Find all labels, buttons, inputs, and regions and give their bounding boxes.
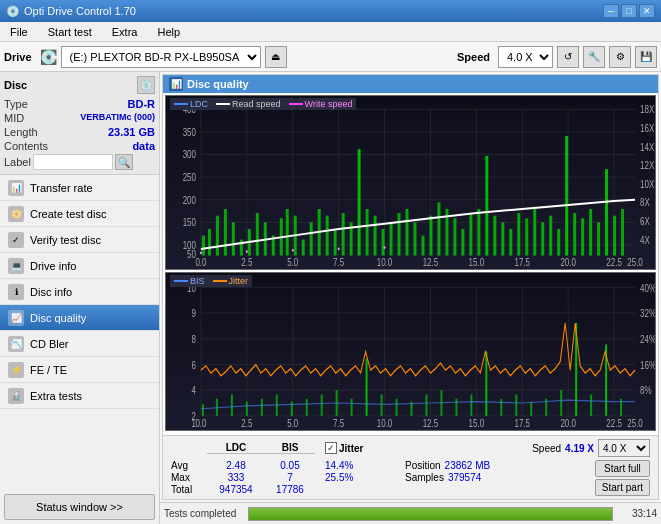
- app-title: Opti Drive Control 1.70: [24, 5, 136, 17]
- nav-icon-create: 📀: [8, 206, 24, 222]
- label-input[interactable]: [33, 154, 113, 170]
- svg-rect-57: [302, 240, 305, 256]
- drive-label: Drive: [4, 51, 32, 63]
- top-legend: LDC Read speed Write speed: [170, 98, 356, 110]
- speed-label: Speed: [457, 51, 490, 63]
- refresh-button[interactable]: ↺: [557, 46, 579, 68]
- nav-label-bler: CD Bler: [30, 338, 69, 350]
- disc-type-row: Type BD-R: [4, 98, 155, 110]
- disc-contents-row: Contents data: [4, 140, 155, 152]
- svg-text:5.0: 5.0: [287, 256, 298, 268]
- progress-bar-container: [248, 507, 613, 521]
- start-part-button[interactable]: Start part: [595, 479, 650, 496]
- legend-read: Read speed: [216, 99, 281, 109]
- legend-write: Write speed: [289, 99, 353, 109]
- content-area: 📊 Disc quality LDC Read speed: [160, 72, 661, 524]
- svg-rect-70: [406, 209, 409, 256]
- svg-text:25.0: 25.0: [627, 256, 643, 268]
- jitter-max-val: 25.5%: [325, 472, 405, 483]
- nav-icon-transfer: 📊: [8, 180, 24, 196]
- nav-disc-quality[interactable]: 📈 Disc quality: [0, 305, 159, 331]
- nav-icon-drive: 💻: [8, 258, 24, 274]
- label-btn[interactable]: 🔍: [115, 154, 133, 170]
- eject-button[interactable]: ⏏: [265, 46, 287, 68]
- menu-extra[interactable]: Extra: [106, 24, 144, 40]
- nav-drive-info[interactable]: 💻 Drive info: [0, 253, 159, 279]
- jitter-color: [213, 280, 227, 282]
- svg-text:200: 200: [183, 194, 196, 206]
- svg-rect-161: [485, 351, 487, 415]
- total-label: Total: [171, 484, 207, 495]
- svg-text:4: 4: [191, 384, 196, 397]
- legend-bis: BIS: [174, 276, 205, 286]
- menu-help[interactable]: Help: [151, 24, 186, 40]
- svg-rect-76: [453, 218, 456, 255]
- speed-stat-select[interactable]: 4.0 X: [598, 439, 650, 457]
- svg-point-99: [246, 250, 248, 253]
- position-label: Position: [405, 460, 441, 471]
- menu-start-test[interactable]: Start test: [42, 24, 98, 40]
- disc-icon-btn[interactable]: 💿: [137, 76, 155, 94]
- tool1-button[interactable]: 🔧: [583, 46, 605, 68]
- nav-fe-te[interactable]: ⚡ FE / TE: [0, 357, 159, 383]
- stats-area: LDC BIS ✓ Jitter Speed 4.19 X 4.0 X: [163, 435, 658, 499]
- ldc-label: LDC: [190, 99, 208, 109]
- svg-text:15.0: 15.0: [469, 256, 485, 268]
- svg-text:2.5: 2.5: [241, 417, 253, 430]
- drive-select[interactable]: (E:) PLEXTOR BD-R PX-LB950SA 1.06: [61, 46, 261, 68]
- jitter-checkbox[interactable]: ✓: [325, 442, 337, 454]
- label-key: Label: [4, 156, 31, 168]
- disc-panel-header: Disc 💿: [4, 76, 155, 94]
- nav-extra-tests[interactable]: 🔬 Extra tests: [0, 383, 159, 409]
- bis-color: [174, 280, 188, 282]
- ldc-max-val: 333: [207, 472, 265, 483]
- ldc-color: [174, 103, 188, 105]
- svg-rect-95: [605, 169, 608, 255]
- maximize-button[interactable]: □: [621, 4, 637, 18]
- nav-icon-verify: ✓: [8, 232, 24, 248]
- save-button[interactable]: 💾: [635, 46, 657, 68]
- jitter-check-wrapper[interactable]: ✓ Jitter: [325, 442, 405, 454]
- svg-text:5.0: 5.0: [287, 417, 299, 430]
- nav-create-test-disc[interactable]: 📀 Create test disc: [0, 201, 159, 227]
- drive-icon: 💽: [40, 49, 57, 65]
- nav-disc-info[interactable]: ℹ Disc info: [0, 279, 159, 305]
- speed-stat-label: Speed: [532, 443, 561, 454]
- svg-text:12.5: 12.5: [423, 417, 439, 430]
- menu-file[interactable]: File: [4, 24, 34, 40]
- disc-title: Disc: [4, 79, 27, 91]
- write-color: [289, 103, 303, 105]
- chart-title: Disc quality: [187, 78, 249, 90]
- svg-rect-154: [381, 394, 383, 415]
- write-label: Write speed: [305, 99, 353, 109]
- svg-text:6X: 6X: [640, 215, 650, 227]
- svg-text:32%: 32%: [640, 307, 655, 320]
- svg-text:20.0: 20.0: [560, 256, 576, 268]
- avg-label: Avg: [171, 460, 207, 471]
- nav-verify-test-disc[interactable]: ✓ Verify test disc: [0, 227, 159, 253]
- disc-mid-row: MID VERBATIMc (000): [4, 112, 155, 124]
- svg-text:17.5: 17.5: [515, 256, 531, 268]
- svg-text:16%: 16%: [640, 358, 655, 371]
- nav-items: 📊 Transfer rate 📀 Create test disc ✓ Ver…: [0, 175, 159, 490]
- speed-select[interactable]: 4.0 X: [498, 46, 553, 68]
- progress-area: Tests completed 33:14: [160, 502, 661, 524]
- svg-rect-93: [589, 209, 592, 256]
- svg-rect-96: [613, 216, 616, 256]
- svg-text:0.0: 0.0: [195, 256, 206, 268]
- nav-label-transfer: Transfer rate: [30, 182, 93, 194]
- main-layout: Disc 💿 Type BD-R MID VERBATIMc (000) Len…: [0, 72, 661, 524]
- nav-transfer-rate[interactable]: 📊 Transfer rate: [0, 175, 159, 201]
- bis-max-val: 7: [265, 472, 315, 483]
- tool2-button[interactable]: ⚙: [609, 46, 631, 68]
- close-button[interactable]: ✕: [639, 4, 655, 18]
- bis-total-val: 17786: [265, 484, 315, 495]
- svg-text:24%: 24%: [640, 332, 655, 345]
- minimize-button[interactable]: ─: [603, 4, 619, 18]
- start-full-button[interactable]: Start full: [595, 460, 650, 477]
- svg-rect-58: [310, 222, 313, 255]
- status-window-btn[interactable]: Status window >>: [4, 494, 155, 520]
- menu-bar: File Start test Extra Help: [0, 22, 661, 42]
- nav-icon-fete: ⚡: [8, 362, 24, 378]
- nav-cd-bler[interactable]: 📉 CD Bler: [0, 331, 159, 357]
